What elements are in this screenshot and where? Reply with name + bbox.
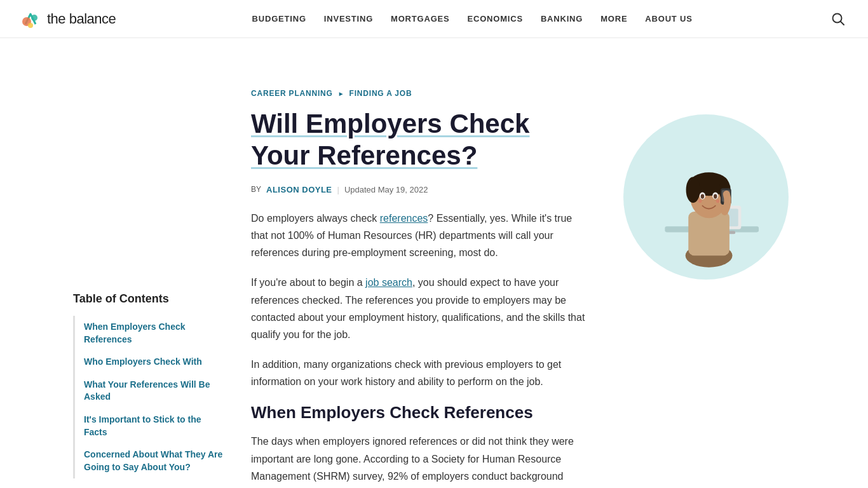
author-link[interactable]: ALISON DOYLE xyxy=(266,185,332,194)
toc-item-3: What Your References Will Be Asked xyxy=(73,374,226,409)
article-body: Do employers always check references? Es… xyxy=(251,210,592,485)
article-byline: BY ALISON DOYLE | Updated May 19, 2022 xyxy=(251,185,592,194)
nav-economics[interactable]: ECONOMICS xyxy=(468,14,523,24)
svg-point-18 xyxy=(701,194,705,198)
toc-list: When Employers Check References Who Empl… xyxy=(73,316,226,478)
breadcrumb-category[interactable]: CAREER PLANNING xyxy=(251,89,333,98)
nav-investing[interactable]: INVESTING xyxy=(324,14,373,24)
nav-banking[interactable]: BANKING xyxy=(541,14,583,24)
article-paragraph-3: In addition, many organizations check wi… xyxy=(251,356,592,390)
section1-heading: When Employers Check References xyxy=(251,403,592,423)
main-nav: BUDGETING INVESTING MORTGAGES ECONOMICS … xyxy=(252,14,693,24)
toc-link-2[interactable]: Who Employers Check With xyxy=(84,356,226,369)
article-paragraph-2: If you're about to begin a job search, y… xyxy=(251,274,592,343)
article-paragraph-1: Do employers always check references? Es… xyxy=(251,210,592,262)
byline-prefix: BY xyxy=(251,185,261,194)
toc-link-3[interactable]: What Your References Will Be Asked xyxy=(84,379,226,403)
job-search-link[interactable]: job search xyxy=(365,277,412,288)
hero-circle xyxy=(623,114,789,280)
toc-link-5[interactable]: Concerned About What They Are Going to S… xyxy=(84,449,226,473)
page-container: Table of Contents When Employers Check R… xyxy=(53,38,815,488)
article-main: CAREER PLANNING ► FINDING A JOB Will Emp… xyxy=(251,38,592,488)
svg-line-5 xyxy=(841,21,844,25)
svg-point-19 xyxy=(714,194,717,198)
svg-point-22 xyxy=(698,200,702,203)
nav-more[interactable]: MORE xyxy=(600,14,627,24)
toc-item-1: When Employers Check References xyxy=(73,316,226,351)
svg-point-2 xyxy=(31,15,37,21)
references-link[interactable]: references xyxy=(380,213,428,224)
breadcrumb: CAREER PLANNING ► FINDING A JOB xyxy=(251,89,592,98)
sidebar: Table of Contents When Employers Check R… xyxy=(73,38,226,488)
byline-separator: | xyxy=(337,185,339,194)
toc-item-5: Concerned About What They Are Going to S… xyxy=(73,444,226,478)
article-title: Will Employers Check Your References? xyxy=(251,108,592,172)
site-header: the balance BUDGETING INVESTING MORTGAGE… xyxy=(0,0,868,38)
nav-budgeting[interactable]: BUDGETING xyxy=(252,14,306,24)
breadcrumb-arrow: ► xyxy=(338,90,344,97)
search-button[interactable] xyxy=(829,10,848,29)
search-icon xyxy=(831,12,845,26)
hero-illustration xyxy=(630,121,782,273)
article-paragraph-4: The days when employers ignored referenc… xyxy=(251,433,592,485)
toc-item-4: It's Important to Stick to the Facts xyxy=(73,409,226,444)
nav-mortgages[interactable]: MORTGAGES xyxy=(391,14,449,24)
svg-point-23 xyxy=(716,200,720,203)
hero-image-area xyxy=(617,38,795,488)
logo-text: the balance xyxy=(47,11,116,27)
breadcrumb-subcategory[interactable]: FINDING A JOB xyxy=(349,89,412,98)
site-logo[interactable]: the balance xyxy=(20,9,116,29)
svg-point-3 xyxy=(28,23,33,28)
svg-rect-11 xyxy=(688,212,729,255)
nav-about-us[interactable]: ABOUT US xyxy=(645,14,692,24)
article-date: Updated May 19, 2022 xyxy=(344,185,428,194)
svg-point-14 xyxy=(686,177,700,203)
toc-link-4[interactable]: It's Important to Stick to the Facts xyxy=(84,414,226,438)
logo-icon xyxy=(20,9,41,29)
toc-link-1[interactable]: When Employers Check References xyxy=(84,321,226,346)
toc-title: Table of Contents xyxy=(73,292,226,306)
toc-item-2: Who Employers Check With xyxy=(73,351,226,374)
